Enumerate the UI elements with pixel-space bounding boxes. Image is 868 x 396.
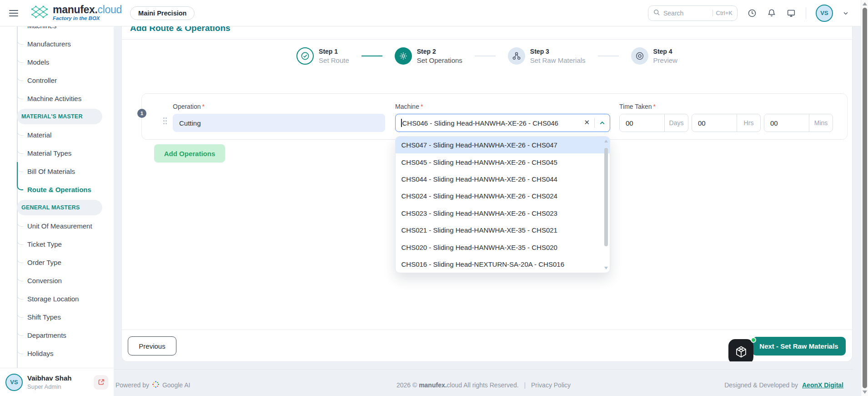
operation-input[interactable] xyxy=(173,114,385,132)
time-mins-field: Mins xyxy=(764,114,833,132)
main-content: Add Route & Operations Step 1 Set Route … xyxy=(114,26,861,396)
text-cursor xyxy=(401,119,402,127)
select-divider xyxy=(594,118,595,128)
preview-target-icon xyxy=(631,47,648,65)
clear-icon[interactable]: ✕ xyxy=(584,118,590,127)
operation-row-card: Operation* Machine* CHS046 - Sliding Hea… xyxy=(141,93,848,140)
manufex-logo-icon xyxy=(30,5,49,22)
machine-option[interactable]: CHS021 - Sliding Head-HANWHA-XE-35 - CHS… xyxy=(396,222,610,239)
copyright-brand: manufex. xyxy=(419,381,447,389)
operation-label: Operation* xyxy=(173,103,385,110)
notifications-bell-icon[interactable] xyxy=(767,8,777,18)
page-footer: Powered by Google AI 2026 © manufex.clou… xyxy=(114,376,853,394)
tree-elbow-active xyxy=(17,162,23,190)
sidebar-item-holidays[interactable]: Holidays xyxy=(0,344,114,362)
scroll-down-arrow-icon[interactable] xyxy=(604,267,608,269)
tree-elbow xyxy=(17,31,23,45)
tree-elbow xyxy=(17,340,23,354)
tree-elbow xyxy=(17,304,23,318)
machine-option[interactable]: CHS047 - Sliding Head-HANWHA-XE-26 - CHS… xyxy=(396,137,610,153)
scrollbar-down-arrow-icon[interactable] xyxy=(863,391,867,394)
page-title: Add Route & Operations xyxy=(130,26,231,33)
logout-external-link-button[interactable] xyxy=(94,375,108,390)
powered-by: Powered by Google AI xyxy=(115,381,190,390)
machine-option[interactable]: CHS045 - Sliding Head-HANWHA-XE-26 - CHS… xyxy=(396,153,610,170)
required-asterisk: * xyxy=(653,103,656,110)
history-clock-icon[interactable] xyxy=(747,8,757,18)
display-monitor-icon[interactable] xyxy=(786,8,796,18)
page-scrollbar-thumb[interactable] xyxy=(863,8,867,388)
machine-label: Machine* xyxy=(395,103,610,110)
page-scrollbar[interactable] xyxy=(861,0,868,396)
brand-tagline: Factory in the BOX xyxy=(53,16,122,21)
privacy-policy-link[interactable]: Privacy Policy xyxy=(531,381,571,389)
user-name: Vaibhav Shah xyxy=(27,374,72,382)
app-header: manufex.cloud Factory in the BOX Maini P… xyxy=(0,0,861,26)
user-avatar[interactable]: VS xyxy=(816,5,833,22)
step-3-set-raw-materials[interactable]: Step 3 Set Raw Materials xyxy=(508,47,586,65)
machine-option[interactable]: CHS020 - Sliding Head-HANWHA-XE-35 - CHS… xyxy=(396,239,610,255)
copyright: 2026 © manufex.cloud All rights Reserved… xyxy=(396,381,571,389)
external-link-icon xyxy=(97,378,105,386)
scroll-up-arrow-icon[interactable] xyxy=(604,140,608,142)
header-divider xyxy=(806,7,806,19)
tree-elbow xyxy=(17,268,23,281)
credits: Designed & Developed by AeonX Digital xyxy=(724,381,843,389)
sidebar-item-machine-activities[interactable]: Machine Activities xyxy=(0,89,114,107)
sidebar-user-panel: VS Vaibhav Shah Super Admin xyxy=(0,368,114,396)
days-input[interactable] xyxy=(620,114,664,132)
mins-unit-label: Mins xyxy=(809,114,833,132)
aeonx-digital-link[interactable]: AeonX Digital xyxy=(802,381,843,389)
search-box[interactable]: Ctrl+K xyxy=(648,5,738,21)
tenant-badge[interactable]: Maini Precision xyxy=(130,6,195,20)
user-avatar-small[interactable]: VS xyxy=(5,374,23,391)
tree-elbow xyxy=(17,286,23,300)
machine-option[interactable]: CHS044 - Sliding Head-HANWHA-XE-26 - CHS… xyxy=(396,171,610,188)
sidebar-item-route-operations[interactable]: Route & Operations xyxy=(0,180,114,198)
powered-brand: Google AI xyxy=(162,381,191,389)
user-role: Super Admin xyxy=(27,383,72,391)
dropdown-scrollbar[interactable] xyxy=(603,137,609,272)
sidebar: Machines Manufacturers Models Controller… xyxy=(0,26,114,396)
step-2-set-operations[interactable]: Step 2 Set Operations xyxy=(395,47,462,65)
tree-elbow xyxy=(17,231,23,245)
scrollbar-thumb[interactable] xyxy=(604,148,608,246)
next-set-raw-materials-button[interactable]: Next - Set Raw Materials xyxy=(752,337,846,355)
machine-option[interactable]: CHS016 - Sliding Head-NEXTURN-SA-20A - C… xyxy=(396,256,610,273)
title-divider xyxy=(122,39,852,40)
brand-name: manufex.cloud xyxy=(53,5,122,15)
machine-select[interactable]: CHS046 - Sliding Head-HANWHA-XE-26 - CHS… xyxy=(395,114,610,132)
step-1-set-route[interactable]: Step 1 Set Route xyxy=(296,47,349,65)
wizard-stepper: Step 1 Set Route Step 2 Set Operations xyxy=(122,47,852,65)
chat-widget-button[interactable] xyxy=(728,339,753,362)
search-input[interactable] xyxy=(663,10,712,17)
machine-option[interactable]: CHS024 - Sliding Head-HANWHA-XE-26 - CHS… xyxy=(396,188,610,204)
required-asterisk: * xyxy=(202,103,204,110)
required-asterisk: * xyxy=(421,103,423,110)
time-taken-label: Time Taken* xyxy=(619,103,833,110)
molecule-icon xyxy=(508,47,525,65)
previous-button[interactable]: Previous xyxy=(128,336,176,355)
add-operations-button[interactable]: Add Operations xyxy=(154,144,225,162)
step-4-preview[interactable]: Step 4 Preview xyxy=(631,47,677,65)
days-unit-label: Days xyxy=(664,114,688,132)
chevron-up-icon[interactable] xyxy=(599,120,606,128)
brand-logo: manufex.cloud Factory in the BOX xyxy=(30,5,122,22)
drag-handle-icon[interactable] xyxy=(163,117,168,126)
route-operations-card: Add Route & Operations Step 1 Set Route … xyxy=(121,26,853,362)
tree-elbow xyxy=(17,249,23,263)
stepper-connector xyxy=(361,56,382,56)
chevron-down-icon[interactable] xyxy=(843,10,849,16)
machine-select-value: CHS046 - Sliding Head-HANWHA-XE-26 - CHS… xyxy=(402,119,558,127)
row-index-badge: 1 xyxy=(137,109,146,118)
tree-elbow xyxy=(17,67,23,81)
scrollbar-up-arrow-icon[interactable] xyxy=(863,2,867,5)
hrs-input[interactable] xyxy=(692,114,737,132)
online-status-dot xyxy=(751,337,756,343)
mins-input[interactable] xyxy=(764,114,809,132)
footer-top-divider xyxy=(114,369,853,370)
google-ai-icon xyxy=(152,381,160,390)
machine-option[interactable]: CHS023 - Sliding Head-HANWHA-XE-26 - CHS… xyxy=(396,205,610,222)
hamburger-menu-icon[interactable] xyxy=(9,10,18,16)
stepper-connector xyxy=(475,56,496,56)
